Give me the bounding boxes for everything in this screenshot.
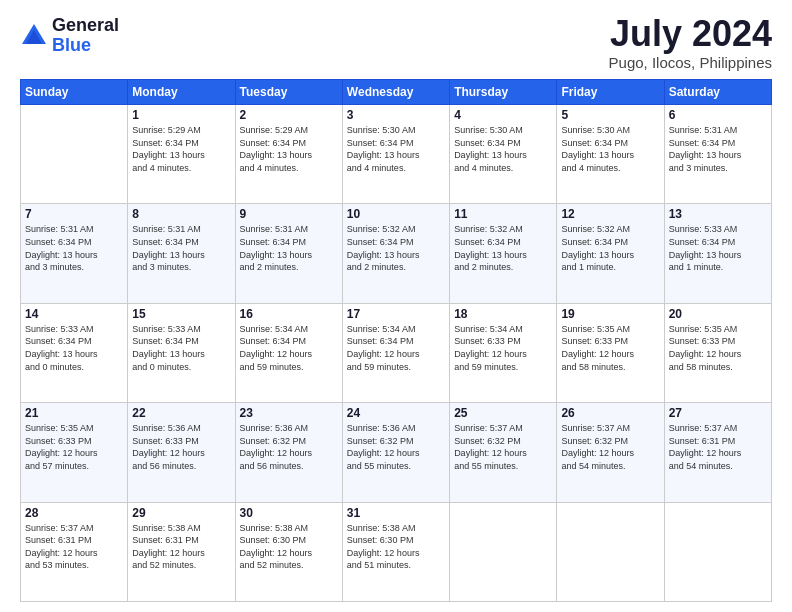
day-number: 20 bbox=[669, 307, 767, 321]
day-info: Sunrise: 5:37 AM Sunset: 6:31 PM Dayligh… bbox=[669, 422, 767, 472]
table-row: 5Sunrise: 5:30 AM Sunset: 6:34 PM Daylig… bbox=[557, 105, 664, 204]
calendar-week-row: 7Sunrise: 5:31 AM Sunset: 6:34 PM Daylig… bbox=[21, 204, 772, 303]
table-row: 4Sunrise: 5:30 AM Sunset: 6:34 PM Daylig… bbox=[450, 105, 557, 204]
day-info: Sunrise: 5:36 AM Sunset: 6:33 PM Dayligh… bbox=[132, 422, 230, 472]
day-number: 12 bbox=[561, 207, 659, 221]
day-number: 24 bbox=[347, 406, 445, 420]
table-row: 22Sunrise: 5:36 AM Sunset: 6:33 PM Dayli… bbox=[128, 403, 235, 502]
table-row: 6Sunrise: 5:31 AM Sunset: 6:34 PM Daylig… bbox=[664, 105, 771, 204]
day-number: 27 bbox=[669, 406, 767, 420]
day-number: 9 bbox=[240, 207, 338, 221]
table-row: 26Sunrise: 5:37 AM Sunset: 6:32 PM Dayli… bbox=[557, 403, 664, 502]
calendar-header-row: Sunday Monday Tuesday Wednesday Thursday… bbox=[21, 80, 772, 105]
table-row: 16Sunrise: 5:34 AM Sunset: 6:34 PM Dayli… bbox=[235, 303, 342, 402]
day-info: Sunrise: 5:32 AM Sunset: 6:34 PM Dayligh… bbox=[561, 223, 659, 273]
day-info: Sunrise: 5:34 AM Sunset: 6:33 PM Dayligh… bbox=[454, 323, 552, 373]
table-row: 9Sunrise: 5:31 AM Sunset: 6:34 PM Daylig… bbox=[235, 204, 342, 303]
table-row bbox=[21, 105, 128, 204]
day-number: 26 bbox=[561, 406, 659, 420]
table-row: 23Sunrise: 5:36 AM Sunset: 6:32 PM Dayli… bbox=[235, 403, 342, 502]
table-row: 7Sunrise: 5:31 AM Sunset: 6:34 PM Daylig… bbox=[21, 204, 128, 303]
table-row: 14Sunrise: 5:33 AM Sunset: 6:34 PM Dayli… bbox=[21, 303, 128, 402]
day-info: Sunrise: 5:36 AM Sunset: 6:32 PM Dayligh… bbox=[240, 422, 338, 472]
day-info: Sunrise: 5:31 AM Sunset: 6:34 PM Dayligh… bbox=[25, 223, 123, 273]
logo-text: General Blue bbox=[52, 16, 119, 56]
col-monday: Monday bbox=[128, 80, 235, 105]
day-info: Sunrise: 5:38 AM Sunset: 6:31 PM Dayligh… bbox=[132, 522, 230, 572]
day-number: 14 bbox=[25, 307, 123, 321]
table-row: 30Sunrise: 5:38 AM Sunset: 6:30 PM Dayli… bbox=[235, 502, 342, 601]
day-number: 23 bbox=[240, 406, 338, 420]
table-row: 29Sunrise: 5:38 AM Sunset: 6:31 PM Dayli… bbox=[128, 502, 235, 601]
col-friday: Friday bbox=[557, 80, 664, 105]
calendar-week-row: 1Sunrise: 5:29 AM Sunset: 6:34 PM Daylig… bbox=[21, 105, 772, 204]
main-title: July 2024 bbox=[609, 16, 772, 52]
day-info: Sunrise: 5:33 AM Sunset: 6:34 PM Dayligh… bbox=[669, 223, 767, 273]
day-number: 6 bbox=[669, 108, 767, 122]
table-row bbox=[450, 502, 557, 601]
subtitle: Pugo, Ilocos, Philippines bbox=[609, 54, 772, 71]
day-info: Sunrise: 5:30 AM Sunset: 6:34 PM Dayligh… bbox=[454, 124, 552, 174]
col-thursday: Thursday bbox=[450, 80, 557, 105]
day-info: Sunrise: 5:35 AM Sunset: 6:33 PM Dayligh… bbox=[669, 323, 767, 373]
table-row: 24Sunrise: 5:36 AM Sunset: 6:32 PM Dayli… bbox=[342, 403, 449, 502]
day-info: Sunrise: 5:38 AM Sunset: 6:30 PM Dayligh… bbox=[347, 522, 445, 572]
page: General Blue July 2024 Pugo, Ilocos, Phi… bbox=[0, 0, 792, 612]
table-row: 10Sunrise: 5:32 AM Sunset: 6:34 PM Dayli… bbox=[342, 204, 449, 303]
col-saturday: Saturday bbox=[664, 80, 771, 105]
day-number: 28 bbox=[25, 506, 123, 520]
day-info: Sunrise: 5:32 AM Sunset: 6:34 PM Dayligh… bbox=[347, 223, 445, 273]
table-row: 13Sunrise: 5:33 AM Sunset: 6:34 PM Dayli… bbox=[664, 204, 771, 303]
table-row: 1Sunrise: 5:29 AM Sunset: 6:34 PM Daylig… bbox=[128, 105, 235, 204]
table-row: 28Sunrise: 5:37 AM Sunset: 6:31 PM Dayli… bbox=[21, 502, 128, 601]
table-row: 3Sunrise: 5:30 AM Sunset: 6:34 PM Daylig… bbox=[342, 105, 449, 204]
table-row: 18Sunrise: 5:34 AM Sunset: 6:33 PM Dayli… bbox=[450, 303, 557, 402]
day-info: Sunrise: 5:29 AM Sunset: 6:34 PM Dayligh… bbox=[132, 124, 230, 174]
table-row: 17Sunrise: 5:34 AM Sunset: 6:34 PM Dayli… bbox=[342, 303, 449, 402]
day-info: Sunrise: 5:31 AM Sunset: 6:34 PM Dayligh… bbox=[240, 223, 338, 273]
day-number: 2 bbox=[240, 108, 338, 122]
logo-blue: Blue bbox=[52, 36, 119, 56]
header: General Blue July 2024 Pugo, Ilocos, Phi… bbox=[20, 16, 772, 71]
day-info: Sunrise: 5:34 AM Sunset: 6:34 PM Dayligh… bbox=[347, 323, 445, 373]
day-number: 29 bbox=[132, 506, 230, 520]
table-row: 11Sunrise: 5:32 AM Sunset: 6:34 PM Dayli… bbox=[450, 204, 557, 303]
day-info: Sunrise: 5:37 AM Sunset: 6:31 PM Dayligh… bbox=[25, 522, 123, 572]
day-number: 8 bbox=[132, 207, 230, 221]
table-row: 25Sunrise: 5:37 AM Sunset: 6:32 PM Dayli… bbox=[450, 403, 557, 502]
table-row: 2Sunrise: 5:29 AM Sunset: 6:34 PM Daylig… bbox=[235, 105, 342, 204]
col-wednesday: Wednesday bbox=[342, 80, 449, 105]
day-number: 5 bbox=[561, 108, 659, 122]
day-info: Sunrise: 5:35 AM Sunset: 6:33 PM Dayligh… bbox=[561, 323, 659, 373]
day-number: 15 bbox=[132, 307, 230, 321]
day-number: 19 bbox=[561, 307, 659, 321]
day-number: 7 bbox=[25, 207, 123, 221]
table-row: 8Sunrise: 5:31 AM Sunset: 6:34 PM Daylig… bbox=[128, 204, 235, 303]
day-number: 16 bbox=[240, 307, 338, 321]
col-sunday: Sunday bbox=[21, 80, 128, 105]
table-row: 15Sunrise: 5:33 AM Sunset: 6:34 PM Dayli… bbox=[128, 303, 235, 402]
logo-icon bbox=[20, 22, 48, 50]
day-number: 21 bbox=[25, 406, 123, 420]
day-number: 10 bbox=[347, 207, 445, 221]
day-info: Sunrise: 5:35 AM Sunset: 6:33 PM Dayligh… bbox=[25, 422, 123, 472]
calendar-week-row: 21Sunrise: 5:35 AM Sunset: 6:33 PM Dayli… bbox=[21, 403, 772, 502]
day-info: Sunrise: 5:37 AM Sunset: 6:32 PM Dayligh… bbox=[454, 422, 552, 472]
table-row bbox=[557, 502, 664, 601]
day-info: Sunrise: 5:31 AM Sunset: 6:34 PM Dayligh… bbox=[132, 223, 230, 273]
day-info: Sunrise: 5:36 AM Sunset: 6:32 PM Dayligh… bbox=[347, 422, 445, 472]
day-number: 1 bbox=[132, 108, 230, 122]
day-info: Sunrise: 5:30 AM Sunset: 6:34 PM Dayligh… bbox=[561, 124, 659, 174]
day-number: 18 bbox=[454, 307, 552, 321]
logo: General Blue bbox=[20, 16, 119, 56]
col-tuesday: Tuesday bbox=[235, 80, 342, 105]
day-number: 11 bbox=[454, 207, 552, 221]
day-info: Sunrise: 5:31 AM Sunset: 6:34 PM Dayligh… bbox=[669, 124, 767, 174]
table-row: 19Sunrise: 5:35 AM Sunset: 6:33 PM Dayli… bbox=[557, 303, 664, 402]
table-row: 20Sunrise: 5:35 AM Sunset: 6:33 PM Dayli… bbox=[664, 303, 771, 402]
day-info: Sunrise: 5:30 AM Sunset: 6:34 PM Dayligh… bbox=[347, 124, 445, 174]
table-row: 27Sunrise: 5:37 AM Sunset: 6:31 PM Dayli… bbox=[664, 403, 771, 502]
title-area: July 2024 Pugo, Ilocos, Philippines bbox=[609, 16, 772, 71]
day-info: Sunrise: 5:38 AM Sunset: 6:30 PM Dayligh… bbox=[240, 522, 338, 572]
day-info: Sunrise: 5:37 AM Sunset: 6:32 PM Dayligh… bbox=[561, 422, 659, 472]
